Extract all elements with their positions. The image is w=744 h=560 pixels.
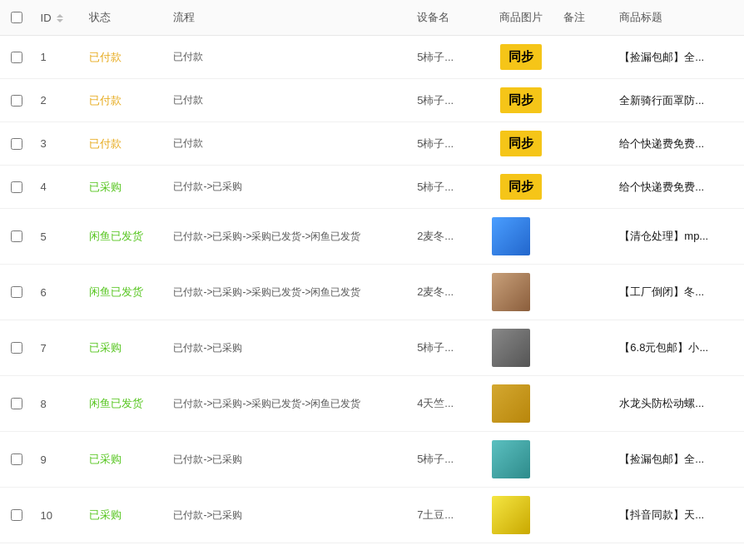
product-thumbnail (492, 440, 530, 478)
row-id: 6 (34, 265, 83, 320)
row-flow: 已付款 (166, 79, 410, 122)
sort-icon[interactable] (57, 13, 63, 23)
row-product-image (485, 376, 557, 432)
header-id[interactable]: ID (34, 0, 83, 36)
row-device: 5柿子... (410, 320, 485, 376)
table-row: 8闲鱼已发货已付款->已采购->采购已发货->闲鱼已发货4天竺...水龙头防松动… (0, 376, 744, 432)
table-row: 1已付款已付款5柿子...同步【捡漏包邮】全... (0, 36, 744, 79)
row-checkbox-cell (0, 209, 34, 265)
row-device: 4天竺... (410, 376, 485, 432)
row-status: 已付款 (82, 122, 166, 166)
row-device: 7土豆... (410, 488, 485, 543)
row-checkbox-cell (0, 432, 34, 488)
row-checkbox-cell (0, 320, 34, 376)
row-id: 2 (34, 79, 83, 122)
table-row: 7已采购已付款->已采购5柿子...【6.8元包邮】小... (0, 320, 744, 376)
table-row: 5闲鱼已发货已付款->已采购->采购已发货->闲鱼已发货2麦冬...【清仓处理】… (0, 209, 744, 265)
row-note (557, 166, 613, 209)
row-note (557, 79, 613, 122)
row-title: 全新骑行面罩防... (613, 79, 744, 122)
row-checkbox[interactable] (11, 181, 22, 193)
row-id: 4 (34, 166, 83, 209)
row-checkbox-cell (0, 36, 34, 79)
row-note (557, 376, 613, 432)
row-product-image: 同步 (485, 122, 557, 166)
table-row: 3已付款已付款5柿子...同步给个快递费免费... (0, 122, 744, 166)
row-status: 已采购 (82, 488, 166, 543)
row-checkbox[interactable] (11, 286, 22, 298)
sync-button[interactable]: 同步 (500, 87, 542, 113)
row-flow: 已付款->已采购 (166, 320, 410, 376)
row-status: 闲鱼已发货 (82, 209, 166, 265)
product-thumbnail (492, 273, 530, 311)
row-status: 已采购 (82, 320, 166, 376)
row-id: 7 (34, 320, 83, 376)
row-checkbox[interactable] (11, 342, 22, 354)
row-flow: 已付款 (166, 122, 410, 166)
row-checkbox[interactable] (11, 95, 22, 107)
sort-down-icon (57, 19, 63, 22)
header-flow: 流程 (166, 0, 410, 36)
header-status: 状态 (82, 0, 166, 36)
row-id: 10 (34, 488, 83, 543)
row-note (557, 122, 613, 166)
sync-button[interactable]: 同步 (500, 131, 542, 156)
header-title: 商品标题 (613, 0, 744, 36)
row-id: 9 (34, 432, 83, 488)
row-device: 2麦冬... (410, 209, 485, 265)
row-title: 给个快递费免费... (613, 166, 744, 209)
table-row: 2已付款已付款5柿子...同步全新骑行面罩防... (0, 79, 744, 122)
row-flow: 已付款->已采购->采购已发货->闲鱼已发货 (166, 376, 410, 432)
row-title: 【抖音同款】天... (613, 488, 744, 543)
row-status: 闲鱼已发货 (82, 265, 166, 320)
row-checkbox[interactable] (11, 138, 22, 150)
row-title: 【工厂倒闭】冬... (613, 265, 744, 320)
row-checkbox[interactable] (11, 52, 22, 63)
row-title: 【捡漏包邮】全... (613, 432, 744, 488)
row-product-image (485, 432, 557, 488)
header-image: 商品图片 (485, 0, 557, 36)
sync-button[interactable]: 同步 (500, 174, 542, 200)
row-status: 已付款 (82, 79, 166, 122)
row-device: 5柿子... (410, 79, 485, 122)
table-row: 9已采购已付款->已采购5柿子...【捡漏包邮】全... (0, 432, 744, 488)
row-status: 已采购 (82, 432, 166, 488)
row-checkbox[interactable] (11, 509, 22, 521)
select-all-checkbox[interactable] (11, 12, 22, 23)
sort-up-icon (57, 14, 63, 17)
row-checkbox[interactable] (11, 230, 22, 242)
row-flow: 已付款->已采购->采购已发货->闲鱼已发货 (166, 265, 410, 320)
row-device: 2麦冬... (410, 265, 485, 320)
product-thumbnail (492, 329, 530, 367)
row-id: 1 (34, 36, 83, 79)
row-note (557, 36, 613, 79)
row-checkbox-cell (0, 376, 34, 432)
row-id: 3 (34, 122, 83, 166)
row-product-image (485, 488, 557, 543)
row-checkbox-cell (0, 488, 34, 543)
row-note (557, 209, 613, 265)
row-product-image (485, 320, 557, 376)
row-checkbox[interactable] (11, 398, 22, 409)
row-device: 5柿子... (410, 432, 485, 488)
row-note (557, 432, 613, 488)
row-note (557, 488, 613, 543)
row-checkbox-cell (0, 166, 34, 209)
table-row: 6闲鱼已发货已付款->已采购->采购已发货->闲鱼已发货2麦冬...【工厂倒闭】… (0, 265, 744, 320)
row-note (557, 265, 613, 320)
row-checkbox[interactable] (11, 453, 22, 465)
row-flow: 已付款->已采购 (166, 488, 410, 543)
row-device: 5柿子... (410, 122, 485, 166)
row-title: 【捡漏包邮】全... (613, 36, 744, 79)
header-id-label: ID (41, 12, 52, 24)
row-status: 已采购 (82, 166, 166, 209)
row-product-image: 同步 (485, 36, 557, 79)
table-row: 4已采购已付款->已采购5柿子...同步给个快递费免费... (0, 166, 744, 209)
row-checkbox-cell (0, 79, 34, 122)
row-flow: 已付款->已采购->采购已发货->闲鱼已发货 (166, 209, 410, 265)
row-product-image: 同步 (485, 166, 557, 209)
row-product-image: 同步 (485, 79, 557, 122)
sync-button[interactable]: 同步 (500, 44, 542, 70)
row-status: 闲鱼已发货 (82, 376, 166, 432)
row-title: 水龙头防松动螺... (613, 376, 744, 432)
